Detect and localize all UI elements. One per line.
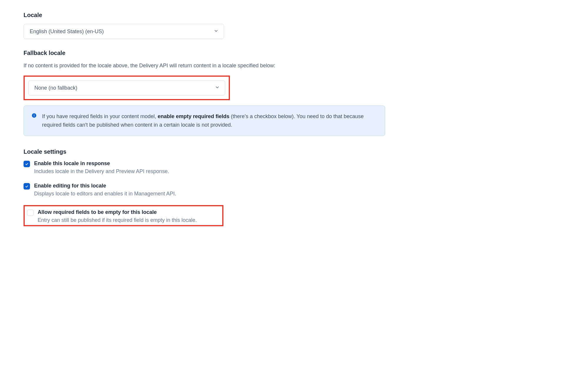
svg-rect-1 bbox=[34, 115, 34, 117]
fallback-locale-select[interactable]: None (no fallback) bbox=[28, 80, 225, 95]
setting-description: Includes locale in the Delivery and Prev… bbox=[34, 168, 169, 175]
setting-description: Entry can still be published if its requ… bbox=[38, 217, 197, 223]
info-text-before: If you have required fields in your cont… bbox=[42, 113, 158, 119]
locale-select-value: English (United States) (en-US) bbox=[30, 29, 104, 35]
fallback-locale-description: If no content is provided for the locale… bbox=[24, 62, 388, 70]
fallback-locale-label: Fallback locale bbox=[24, 50, 388, 56]
setting-allow-empty-required: Allow required fields to be empty for th… bbox=[27, 209, 220, 223]
info-note: If you have required fields in your cont… bbox=[24, 105, 385, 136]
setting-description: Displays locale to editors and enables i… bbox=[34, 191, 176, 197]
setting-enable-locale-response: Enable this locale in response Includes … bbox=[24, 160, 388, 175]
checkbox-allow-empty-required[interactable] bbox=[27, 210, 34, 216]
setting-enable-editing: Enable editing for this locale Displays … bbox=[24, 183, 388, 197]
info-icon bbox=[31, 113, 37, 118]
info-note-text: If you have required fields in your cont… bbox=[42, 112, 377, 129]
info-text-bold: enable empty required fields bbox=[158, 113, 229, 119]
setting-title: Enable this locale in response bbox=[34, 160, 169, 167]
svg-point-2 bbox=[34, 114, 34, 115]
locale-settings-label: Locale settings bbox=[24, 148, 388, 155]
locale-select[interactable]: English (United States) (en-US) bbox=[24, 24, 224, 39]
checkbox-enable-locale-response[interactable] bbox=[24, 161, 30, 167]
checkbox-enable-editing[interactable] bbox=[24, 183, 30, 190]
fallback-highlight: None (no fallback) bbox=[24, 76, 230, 100]
setting-title: Enable editing for this locale bbox=[34, 183, 176, 189]
setting-title: Allow required fields to be empty for th… bbox=[38, 209, 197, 215]
allow-empty-highlight: Allow required fields to be empty for th… bbox=[24, 205, 223, 226]
locale-label: Locale bbox=[24, 12, 388, 19]
fallback-locale-select-value: None (no fallback) bbox=[34, 85, 77, 91]
